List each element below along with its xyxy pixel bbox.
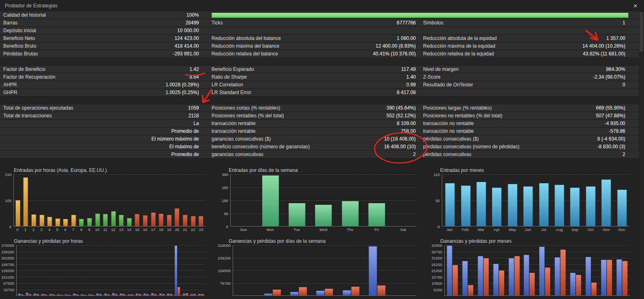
bar-group [135, 214, 140, 226]
window-title: Probador de Estrategias [5, 3, 57, 9]
bar-group [39, 215, 44, 226]
bar-pérdidas [351, 286, 360, 295]
bar-entradas [554, 185, 564, 226]
bar-entradas [183, 215, 188, 226]
stat-label: LR Standard Error [212, 90, 346, 95]
stat-row: Total de operaciones ejecutadas1059Posic… [0, 104, 639, 112]
x-axis-label: Jul [536, 227, 552, 232]
stat-value: 390 (45.64%) [346, 105, 416, 111]
stat-value: 2118 [128, 113, 199, 119]
stat-label: Símbolos [423, 20, 557, 26]
x-axis-label: Sun [230, 227, 257, 232]
bar-ganancias [88, 294, 91, 295]
bar-entradas [586, 186, 596, 226]
bar-entradas [47, 217, 52, 226]
bar-ganancias [183, 293, 186, 295]
x-axis-label: 15 [133, 227, 141, 232]
bar-group [95, 213, 100, 226]
stat-label: transacción no rentable [423, 121, 557, 126]
bar-entradas [63, 219, 68, 226]
stat-row: Depósito inicial10 000.00 [0, 27, 639, 35]
bar-group [368, 203, 385, 226]
x-axis-label: Nov [598, 227, 614, 232]
y-axis-label: 33750 [4, 287, 14, 292]
bar-pérdidas [60, 295, 63, 295]
bar-entradas [159, 213, 164, 226]
stat-label: pérdidas consecutivas ($) [423, 136, 557, 142]
stat-value: 1.40 [346, 74, 416, 80]
bar-entradas [55, 218, 60, 226]
y-axis-label: 26250 [432, 262, 442, 266]
plot-area [444, 245, 630, 296]
stat-value: 1.0028 (0.28%) [128, 82, 199, 88]
bar-entradas [288, 203, 306, 226]
y-axis: 2101050 [0, 174, 13, 226]
x-axis-label: Tue [284, 227, 310, 232]
stat-label: Reducción máxima de la equidad [423, 43, 557, 49]
bar-entradas [167, 215, 172, 226]
bar-pérdidas [186, 293, 188, 295]
spacer-row [0, 58, 639, 66]
bar-group [135, 293, 141, 295]
stat-row: GHPR1.0025 (0.25%)LR Standard Error6 417… [0, 89, 639, 97]
bar-group [191, 216, 196, 226]
stat-label: transacción rentable [212, 128, 346, 134]
stat-row: El número máximo deganancias consecutiva… [0, 135, 639, 143]
bar-entradas [539, 183, 549, 226]
bar-ganancias [524, 255, 529, 295]
x-axis-label: Aug [552, 227, 568, 232]
bar-group [103, 214, 108, 226]
stat-value: -579.86 [557, 128, 625, 134]
bar-pérdidas [514, 256, 520, 295]
y-axis: 110550 [426, 174, 442, 226]
bar-ganancias [41, 294, 44, 295]
bar-pérdidas [154, 294, 157, 295]
bar-pérdidas [607, 259, 612, 295]
bar-entradas [111, 211, 116, 226]
bar-group [87, 218, 92, 226]
x-axis-label: Sat [390, 227, 417, 232]
bar-group [104, 293, 110, 295]
bar-ganancias [120, 293, 122, 295]
bar-group [49, 294, 55, 295]
stat-label: Reducción máxima del balance [212, 43, 346, 49]
bar-entradas [445, 183, 455, 226]
scrollbar-thumb[interactable] [640, 12, 643, 51]
bar-pérdidas [122, 294, 125, 295]
stat-label: Beneficio Neto [0, 35, 128, 41]
plot-wrap [16, 245, 205, 297]
plot-bars [445, 245, 630, 295]
bar-pérdidas [107, 294, 110, 295]
bar-entradas [31, 214, 36, 226]
stat-row: Latransacción rentable8 109.00transacció… [0, 120, 639, 128]
bar-group [508, 184, 517, 226]
stat-row: Promedio detransacción rentable758.00tra… [0, 128, 639, 135]
chart-body: 2700002362502025001687501350001012506750… [0, 245, 205, 297]
bar-entradas [191, 216, 196, 226]
bar-group [447, 245, 458, 295]
close-button[interactable]: ✕ [631, 2, 640, 10]
stat-value: 12 400.00 (8.93%) [346, 43, 416, 49]
bar-group [81, 294, 86, 295]
bar-group [570, 273, 581, 295]
x-axis: 01234567891011121314151617181920212223 [13, 227, 205, 232]
bar-group [493, 264, 504, 295]
y-axis-label: 55 [435, 198, 440, 203]
bar-group [462, 261, 474, 295]
bar-ganancias [175, 245, 177, 295]
bar-group [55, 218, 60, 226]
bar-pérdidas [560, 249, 566, 295]
plot-bars [14, 174, 205, 226]
bar-ganancias [447, 245, 452, 295]
bar-group [315, 204, 332, 226]
y-axis: 31900023925015950079750 [215, 245, 233, 296]
stat-value: 8 (-4 634.00) [557, 136, 625, 142]
bar-group [112, 293, 118, 295]
chart-entries-by-hours: Entradas por horas (Asia, Europa, EE.UU.… [0, 167, 205, 232]
bar-group [554, 185, 564, 226]
vertical-scrollbar[interactable] [639, 11, 644, 299]
stat-label: Total de transacciones [0, 113, 128, 119]
x-axis-label: 1 [22, 227, 30, 232]
bar-ganancias [585, 257, 591, 295]
x-axis-label: 23 [197, 227, 205, 232]
